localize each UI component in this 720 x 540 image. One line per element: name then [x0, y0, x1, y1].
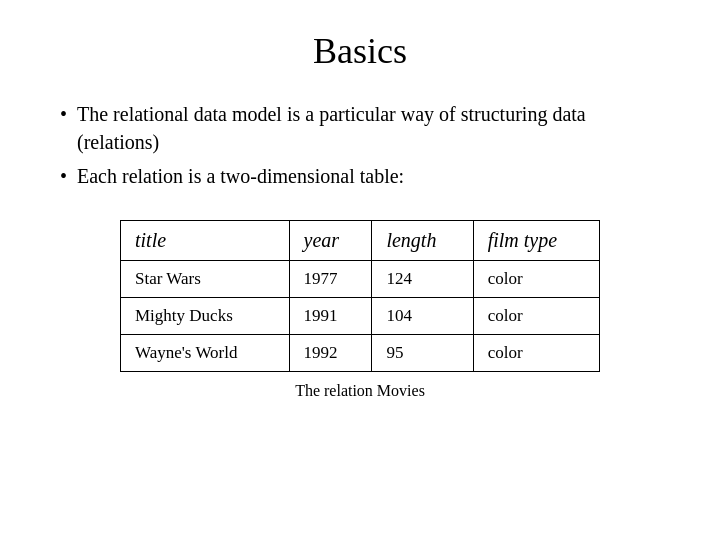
movies-table: title year length film type Star Wars197…	[120, 220, 600, 372]
cell-r1-c3: color	[473, 298, 599, 335]
bullet-text-1: The relational data model is a particula…	[77, 100, 660, 156]
page-title: Basics	[313, 30, 407, 72]
col-header-title: title	[121, 221, 290, 261]
table-row: Mighty Ducks1991104color	[121, 298, 600, 335]
bullet-item-1: • The relational data model is a particu…	[60, 100, 660, 156]
cell-r1-c1: 1991	[289, 298, 372, 335]
bullet-item-2: • Each relation is a two-dimensional tab…	[60, 162, 660, 190]
table-header-row: title year length film type	[121, 221, 600, 261]
col-header-filmtype: film type	[473, 221, 599, 261]
col-header-length: length	[372, 221, 473, 261]
table-caption: The relation Movies	[60, 382, 660, 400]
table-container: title year length film type Star Wars197…	[60, 220, 660, 400]
table-row: Star Wars1977124color	[121, 261, 600, 298]
cell-r0-c2: 124	[372, 261, 473, 298]
cell-r0-c3: color	[473, 261, 599, 298]
table-row: Wayne's World199295color	[121, 335, 600, 372]
cell-r0-c1: 1977	[289, 261, 372, 298]
bullet-dot-1: •	[60, 100, 67, 128]
cell-r2-c1: 1992	[289, 335, 372, 372]
cell-r0-c0: Star Wars	[121, 261, 290, 298]
col-header-year: year	[289, 221, 372, 261]
cell-r2-c0: Wayne's World	[121, 335, 290, 372]
cell-r1-c2: 104	[372, 298, 473, 335]
bullet-text-2: Each relation is a two-dimensional table…	[77, 162, 404, 190]
cell-r2-c2: 95	[372, 335, 473, 372]
bullet-points: • The relational data model is a particu…	[60, 100, 660, 196]
cell-r1-c0: Mighty Ducks	[121, 298, 290, 335]
cell-r2-c3: color	[473, 335, 599, 372]
bullet-dot-2: •	[60, 162, 67, 190]
